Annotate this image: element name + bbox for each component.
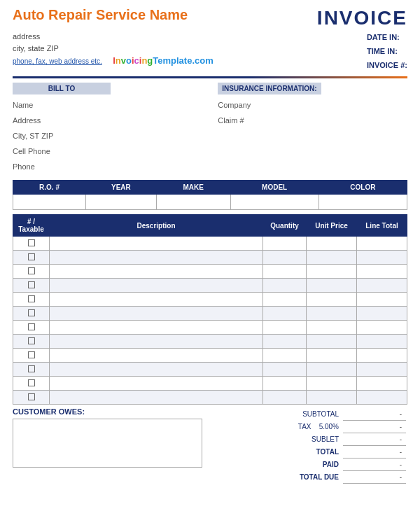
sublet-row: SUBLET - (210, 433, 406, 445)
item-checkbox[interactable] (28, 351, 35, 358)
subtotal-label: SUBTOTAL (210, 407, 343, 420)
item-checkbox[interactable] (28, 379, 35, 386)
vehicle-color (318, 195, 407, 210)
item-unit-cell (307, 279, 357, 293)
item-desc-cell (50, 363, 263, 377)
item-checkbox[interactable] (28, 323, 35, 330)
item-row (13, 321, 407, 335)
bill-to-section: BILL TO Name Address City, ST ZIP Cell P… (13, 83, 202, 174)
item-total-cell (357, 307, 407, 321)
item-unit-cell (307, 335, 357, 349)
item-checkbox[interactable] (28, 365, 35, 372)
address-line1: address (13, 31, 214, 43)
invoicing-logo: InvoicingTemplate.com (113, 55, 214, 66)
bill-phone: Phone (13, 159, 202, 174)
bill-to-header: BILL TO (13, 83, 111, 94)
item-row (13, 279, 407, 293)
item-num-cell (13, 321, 50, 335)
item-checkbox[interactable] (28, 393, 35, 400)
invoice-title: INVOICE (317, 7, 407, 29)
total-due-value: - (343, 470, 406, 483)
item-total-cell (357, 321, 407, 335)
item-unit-cell (307, 321, 357, 335)
item-checkbox[interactable] (28, 253, 35, 260)
item-checkbox[interactable] (28, 309, 35, 316)
vehicle-col-model: MODEL (230, 181, 318, 195)
item-desc-cell (50, 237, 263, 251)
address-line2: city, state ZIP (13, 43, 214, 55)
item-row (13, 349, 407, 363)
subtotal-value: - (343, 407, 406, 420)
item-num-cell (13, 237, 50, 251)
vehicle-year (86, 195, 157, 210)
customer-owes-label: CUSTOMER OWES: (13, 407, 202, 416)
header: Auto Repair Service Name INVOICE (13, 7, 407, 29)
item-qty-cell (263, 363, 307, 377)
bill-to-fields: Name Address City, ST ZIP Cell Phone Pho… (13, 97, 202, 174)
item-row (13, 363, 407, 377)
item-qty-cell (263, 349, 307, 363)
item-unit-cell (307, 349, 357, 363)
subtotal-row: SUBTOTAL - (210, 407, 406, 420)
item-desc-cell (50, 279, 263, 293)
item-checkbox[interactable] (28, 337, 35, 344)
item-total-cell (357, 391, 407, 405)
vehicle-col-ro: R.O. # (13, 181, 86, 195)
item-checkbox[interactable] (28, 267, 35, 274)
item-row (13, 237, 407, 251)
insurance-section: INSURANCE INFORMATION: Company Claim # (218, 83, 407, 174)
insurance-fields: Company Claim # (218, 97, 407, 128)
item-desc-cell (50, 349, 263, 363)
totals-table: SUBTOTAL - TAX 5.00% - SUBLET - TOTAL - (210, 407, 406, 484)
bill-insurance-section: BILL TO Name Address City, ST ZIP Cell P… (13, 83, 407, 174)
item-desc-cell (50, 335, 263, 349)
col-header-qty: Quantity (263, 215, 307, 237)
item-row (13, 391, 407, 405)
paid-row: PAID - (210, 458, 406, 470)
vehicle-col-color: COLOR (318, 181, 407, 195)
col-header-num: # / Taxable (13, 215, 50, 237)
sublet-value: - (343, 433, 406, 445)
item-total-cell (357, 349, 407, 363)
item-unit-cell (307, 293, 357, 307)
item-num-cell (13, 363, 50, 377)
contact-link[interactable]: phone, fax, web address etc. (13, 57, 102, 65)
item-row (13, 307, 407, 321)
item-checkbox[interactable] (28, 239, 35, 246)
item-desc-cell (50, 321, 263, 335)
totals-section: SUBTOTAL - TAX 5.00% - SUBLET - TOTAL - (210, 407, 407, 484)
item-qty-cell (263, 321, 307, 335)
items-table: # / Taxable Description Quantity Unit Pr… (13, 214, 407, 405)
item-num-cell (13, 265, 50, 279)
item-unit-cell (307, 363, 357, 377)
item-qty-cell (263, 391, 307, 405)
item-desc-cell (50, 265, 263, 279)
vehicle-col-year: YEAR (86, 181, 157, 195)
item-checkbox[interactable] (28, 295, 35, 302)
vehicle-model (230, 195, 318, 210)
vehicle-ro (13, 195, 86, 210)
item-total-cell (357, 377, 407, 391)
item-desc-cell (50, 377, 263, 391)
item-unit-cell (307, 307, 357, 321)
insurance-claim: Claim # (218, 113, 407, 128)
tax-row: TAX 5.00% - (210, 420, 406, 433)
item-desc-cell (50, 307, 263, 321)
tax-value: - (343, 420, 406, 433)
item-num-cell (13, 391, 50, 405)
item-desc-cell (50, 293, 263, 307)
vehicle-row (13, 195, 407, 210)
paid-label: PAID (210, 458, 343, 470)
item-total-cell (357, 265, 407, 279)
col-header-desc: Description (50, 215, 263, 237)
vehicle-col-make: MAKE (156, 181, 230, 195)
col-header-unit: Unit Price (307, 215, 357, 237)
item-total-cell (357, 251, 407, 265)
customer-owes-box[interactable] (13, 419, 202, 468)
bill-name: Name (13, 97, 202, 113)
insurance-company: Company (218, 97, 407, 113)
tax-label: TAX 5.00% (210, 420, 343, 433)
item-num-cell (13, 335, 50, 349)
total-row: TOTAL - (210, 445, 406, 458)
item-checkbox[interactable] (28, 281, 35, 288)
